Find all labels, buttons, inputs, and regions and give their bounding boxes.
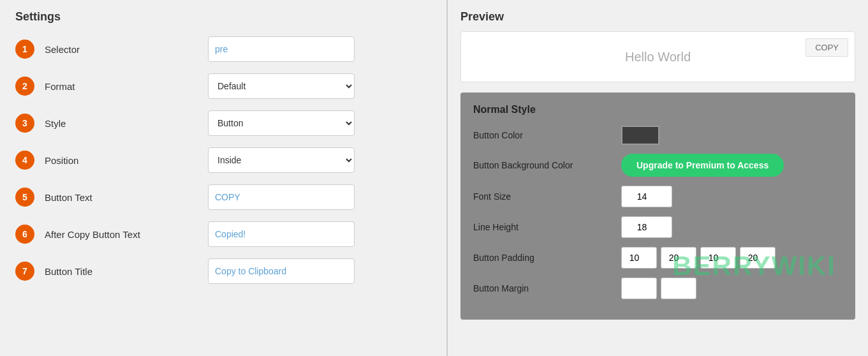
step-number-7: 7 <box>15 262 34 281</box>
step-number-3: 3 <box>15 114 34 133</box>
label-button-title: Button Title <box>45 266 198 277</box>
font-size-label: Font Size <box>473 191 614 202</box>
selector-input[interactable] <box>208 36 355 62</box>
style-row-button-margin: Button Margin <box>473 278 842 299</box>
label-position: Position <box>45 155 198 166</box>
preview-box: Hello World COPY <box>460 31 855 82</box>
style-select[interactable]: Button Text Icon <box>208 110 355 136</box>
button-title-input[interactable] <box>208 258 355 284</box>
preview-panel: Preview Hello World COPY Normal Style Bu… <box>448 0 868 356</box>
padding-top-input[interactable] <box>621 247 657 269</box>
setting-row-position: 4 Position Inside Outside Overlay <box>15 147 431 173</box>
preview-hello-text: Hello World <box>625 50 691 64</box>
button-text-input[interactable] <box>208 184 355 210</box>
button-margin-label: Button Margin <box>473 283 614 293</box>
step-number-6: 6 <box>15 225 34 244</box>
button-padding-label: Button Padding <box>473 253 614 263</box>
font-size-input[interactable] <box>621 186 672 207</box>
margin-top-input[interactable] <box>621 278 657 299</box>
setting-row-selector: 1 Selector <box>15 36 431 62</box>
setting-row-button-title: 7 Button Title <box>15 258 431 284</box>
step-number-1: 1 <box>15 40 34 59</box>
label-after-copy: After Copy Button Text <box>45 229 198 240</box>
margin-right-input[interactable] <box>661 278 696 299</box>
setting-row-style: 3 Style Button Text Icon <box>15 110 431 136</box>
style-row-bg-color: Button Background Color Upgrade to Premi… <box>473 154 842 177</box>
label-format: Format <box>45 81 198 92</box>
copy-button-preview[interactable]: COPY <box>805 38 848 57</box>
setting-row-after-copy: 6 After Copy Button Text <box>15 221 431 247</box>
after-copy-input[interactable] <box>208 221 355 247</box>
setting-row-format: 2 Format Default None Custom <box>15 73 431 99</box>
position-select[interactable]: Inside Outside Overlay <box>208 147 355 173</box>
button-bg-color-label: Button Background Color <box>473 160 614 170</box>
style-row-button-color: Button Color <box>473 126 842 145</box>
margin-inputs <box>621 278 696 299</box>
padding-inputs <box>621 247 776 269</box>
step-number-2: 2 <box>15 77 34 96</box>
preview-title: Preview <box>460 10 855 24</box>
style-row-button-padding: Button Padding <box>473 247 842 269</box>
format-select[interactable]: Default None Custom <box>208 73 355 99</box>
normal-style-title: Normal Style <box>473 104 842 115</box>
label-button-text: Button Text <box>45 192 198 203</box>
label-style: Style <box>45 118 198 129</box>
upgrade-button[interactable]: Upgrade to Premium to Access <box>621 154 784 177</box>
setting-row-button-text: 5 Button Text <box>15 184 431 210</box>
step-number-5: 5 <box>15 188 34 207</box>
settings-panel: Settings 1 Selector 2 Format Default Non… <box>0 0 446 356</box>
padding-bottom-input[interactable] <box>700 247 736 269</box>
line-height-label: Line Height <box>473 222 614 232</box>
step-number-4: 4 <box>15 151 34 170</box>
padding-left-input[interactable] <box>740 247 776 269</box>
button-color-swatch[interactable] <box>621 126 659 145</box>
style-row-font-size: Font Size <box>473 186 842 207</box>
normal-style-panel: Normal Style Button Color Button Backgro… <box>460 93 855 320</box>
line-height-input[interactable] <box>621 216 672 238</box>
settings-title: Settings <box>15 10 431 24</box>
padding-right-input[interactable] <box>661 247 696 269</box>
style-row-line-height: Line Height <box>473 216 842 238</box>
label-selector: Selector <box>45 44 198 55</box>
button-color-label: Button Color <box>473 130 614 140</box>
